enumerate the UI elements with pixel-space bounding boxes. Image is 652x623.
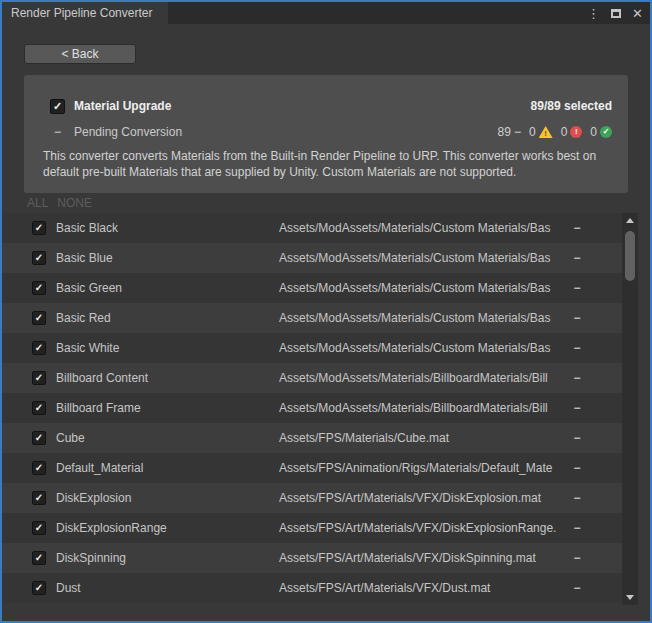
row-item-label: Billboard Content xyxy=(56,363,148,393)
row-checkbox[interactable]: ✓ xyxy=(32,551,46,565)
selected-count-label: 89/89 selected xyxy=(531,99,612,113)
select-all-button[interactable]: ALL xyxy=(27,196,48,210)
row-item-path: Assets/ModAssets/Materials/BillboardMate… xyxy=(279,363,567,393)
select-none-button[interactable]: NONE xyxy=(57,196,92,210)
close-icon[interactable]: ✕ xyxy=(632,7,643,20)
render-pipeline-converter-window: Render Pipeline Converter ⋮ ✕ < Back ✓ M… xyxy=(0,0,652,623)
row-item-label: Basic White xyxy=(56,333,119,363)
row-checkbox[interactable]: ✓ xyxy=(32,461,46,475)
list-scrollbar[interactable] xyxy=(622,213,638,605)
converter-header-row: ✓ Material Upgrade 89/89 selected xyxy=(50,98,612,114)
row-status-dash-icon: − xyxy=(570,453,584,483)
maximize-icon[interactable] xyxy=(611,9,621,18)
row-item-path: Assets/ModAssets/Materials/BillboardMate… xyxy=(279,393,567,423)
row-item-label: Basic Green xyxy=(56,273,122,303)
scrollbar-thumb[interactable] xyxy=(625,231,635,281)
maximize-glyph xyxy=(611,9,621,18)
row-checkbox[interactable]: ✓ xyxy=(32,221,46,235)
row-item-path: Assets/ModAssets/Materials/Custom Materi… xyxy=(279,273,567,303)
material-row[interactable]: ✓ DiskSpinning Assets/FPS/Art/Materials/… xyxy=(2,543,622,573)
pending-conversion-label: Pending Conversion xyxy=(74,125,182,139)
error-count-value: 0 xyxy=(561,125,568,139)
material-row[interactable]: ✓ Basic White Assets/ModAssets/Materials… xyxy=(2,333,622,363)
row-status-dash-icon: − xyxy=(570,573,584,603)
success-icon: ✓ xyxy=(600,126,612,138)
row-checkbox[interactable]: ✓ xyxy=(32,311,46,325)
row-item-label: Dust xyxy=(56,573,81,603)
material-row[interactable]: ✓ Billboard Frame Assets/ModAssets/Mater… xyxy=(2,393,622,423)
row-item-path: Assets/ModAssets/Materials/Custom Materi… xyxy=(279,303,567,333)
row-status-dash-icon: − xyxy=(570,363,584,393)
status-counters: 89 − 0 ! 0 ! 0 ✓ xyxy=(498,125,612,139)
row-item-label: DiskExplosionRange xyxy=(56,513,167,543)
warning-count-value: 0 xyxy=(529,125,536,139)
row-item-path: Assets/ModAssets/Materials/Custom Materi… xyxy=(279,213,567,243)
row-status-dash-icon: − xyxy=(570,543,584,573)
row-item-path: Assets/FPS/Materials/Cube.mat xyxy=(279,423,567,453)
row-checkbox[interactable]: ✓ xyxy=(32,401,46,415)
row-status-dash-icon: − xyxy=(570,273,584,303)
material-row[interactable]: ✓ Default_Material Assets/FPS/Animation/… xyxy=(2,453,622,483)
material-row[interactable]: ✓ Dust Assets/FPS/Art/Materials/VFX/Dust… xyxy=(2,573,622,603)
row-item-label: Basic Blue xyxy=(56,243,113,273)
row-item-label: Default_Material xyxy=(56,453,143,483)
converter-title: Material Upgrade xyxy=(74,99,171,113)
row-checkbox[interactable]: ✓ xyxy=(32,371,46,385)
row-item-path: Assets/FPS/Animation/Rigs/Materials/Defa… xyxy=(279,453,567,483)
row-item-path: Assets/ModAssets/Materials/Custom Materi… xyxy=(279,243,567,273)
row-checkbox[interactable]: ✓ xyxy=(32,491,46,505)
material-row[interactable]: ✓ DiskExplosion Assets/FPS/Art/Materials… xyxy=(2,483,622,513)
pending-count-dash-icon: − xyxy=(514,125,521,139)
pending-count: 89 − xyxy=(498,125,521,139)
row-checkbox[interactable]: ✓ xyxy=(32,581,46,595)
converter-panel: ✓ Material Upgrade 89/89 selected − Pend… xyxy=(24,75,628,193)
warning-icon: ! xyxy=(539,126,553,138)
row-status-dash-icon: − xyxy=(570,423,584,453)
row-item-label: DiskSpinning xyxy=(56,543,126,573)
converter-description: This converter converts Materials from t… xyxy=(43,148,615,180)
row-item-path: Assets/ModAssets/Materials/Custom Materi… xyxy=(279,333,567,363)
warning-count: 0 ! xyxy=(529,125,553,139)
pending-count-value: 89 xyxy=(498,125,511,139)
row-item-label: Cube xyxy=(56,423,85,453)
material-row[interactable]: ✓ Basic Green Assets/ModAssets/Materials… xyxy=(2,273,622,303)
material-row[interactable]: ✓ Basic Red Assets/ModAssets/Materials/C… xyxy=(2,303,622,333)
material-row[interactable]: ✓ Basic Blue Assets/ModAssets/Materials/… xyxy=(2,243,622,273)
row-item-path: Assets/FPS/Art/Materials/VFX/DiskExplosi… xyxy=(279,483,567,513)
row-item-label: Basic Red xyxy=(56,303,111,333)
window-title: Render Pipeline Converter xyxy=(11,6,152,20)
row-status-dash-icon: − xyxy=(570,513,584,543)
success-count-value: 0 xyxy=(590,125,597,139)
row-checkbox[interactable]: ✓ xyxy=(32,431,46,445)
material-row[interactable]: ✓ DiskExplosionRange Assets/FPS/Art/Mate… xyxy=(2,513,622,543)
row-item-path: Assets/FPS/Art/Materials/VFX/DiskSpinnin… xyxy=(279,543,567,573)
row-item-path: Assets/FPS/Art/Materials/VFX/DiskExplosi… xyxy=(279,513,567,543)
kebab-menu-icon[interactable]: ⋮ xyxy=(587,7,600,20)
row-checkbox[interactable]: ✓ xyxy=(32,341,46,355)
error-icon: ! xyxy=(570,126,582,138)
row-status-dash-icon: − xyxy=(570,393,584,423)
success-count: 0 ✓ xyxy=(590,125,612,139)
row-status-dash-icon: − xyxy=(570,333,584,363)
row-item-label: DiskExplosion xyxy=(56,483,131,513)
row-checkbox[interactable]: ✓ xyxy=(32,521,46,535)
back-button[interactable]: < Back xyxy=(24,44,136,64)
titlebar: Render Pipeline Converter ⋮ ✕ xyxy=(2,2,650,24)
material-row[interactable]: ✓ Cube Assets/FPS/Materials/Cube.mat − xyxy=(2,423,622,453)
row-status-dash-icon: − xyxy=(570,243,584,273)
row-status-dash-icon: − xyxy=(570,483,584,513)
tab-render-pipeline-converter[interactable]: Render Pipeline Converter xyxy=(2,2,168,24)
row-item-label: Basic Black xyxy=(56,213,118,243)
row-checkbox[interactable]: ✓ xyxy=(32,251,46,265)
pending-dash-icon: − xyxy=(50,125,65,139)
materials-list: ✓ Basic Black Assets/ModAssets/Materials… xyxy=(2,213,622,603)
scroll-down-arrow-icon[interactable] xyxy=(626,595,634,600)
titlebar-icons: ⋮ ✕ xyxy=(587,2,643,24)
material-row[interactable]: ✓ Basic Black Assets/ModAssets/Materials… xyxy=(2,213,622,243)
material-upgrade-checkbox[interactable]: ✓ xyxy=(50,99,65,114)
scroll-up-arrow-icon[interactable] xyxy=(626,218,634,223)
row-status-dash-icon: − xyxy=(570,213,584,243)
material-row[interactable]: ✓ Billboard Content Assets/ModAssets/Mat… xyxy=(2,363,622,393)
row-checkbox[interactable]: ✓ xyxy=(32,281,46,295)
row-status-dash-icon: − xyxy=(570,303,584,333)
